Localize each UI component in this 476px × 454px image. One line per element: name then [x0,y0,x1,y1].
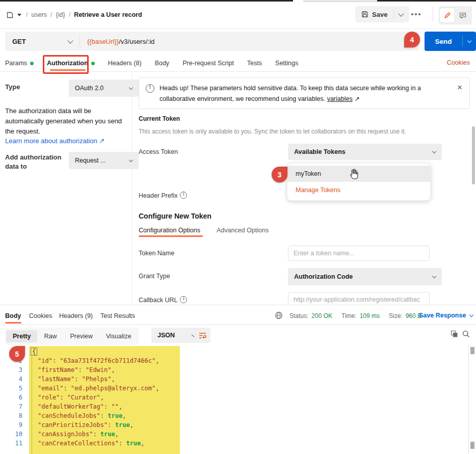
response-tab-body[interactable]: Body [5,312,21,319]
breadcrumb-collection[interactable]: users [31,11,47,18]
menu-item-manage-tokens[interactable]: Manage Tokens [287,182,430,198]
save-divider [393,10,394,19]
size-label: Size: [389,312,403,319]
view-pretty[interactable]: Pretty [6,330,37,342]
collection-icon[interactable] [6,11,14,19]
send-button[interactable]: Send [425,32,476,51]
pencil-icon [444,12,451,19]
tab-tests[interactable]: Tests [247,60,262,67]
panel-scrollbar-thumb[interactable] [472,126,475,184]
configure-token-title: Configure New Token [139,212,211,220]
code-line: 6"role": "Curator", [0,393,104,402]
save-button[interactable]: Save [355,6,409,22]
send-options-button[interactable] [463,41,476,42]
save-response-button[interactable]: Save Response [419,312,473,319]
panel-divider [131,72,132,305]
grant-type-label: Grant Type [139,273,170,280]
wrap-lines-button[interactable] [194,328,210,343]
request-url-bar: GET {{baseUrl}}/v3/users/:id [5,32,419,51]
time-label: Time: [341,312,357,319]
editor-scrollbar-down[interactable] [470,442,474,449]
tab-headers[interactable]: Headers (8) [108,60,142,67]
comment-icon [459,12,466,19]
external-link-arrow-icon: ↗ [354,95,359,102]
tab-advanced-options[interactable]: Advanced Options [217,227,269,234]
url-path: /v3/users/:id [119,38,154,45]
warning-icon [146,84,154,93]
response-tab-cookies[interactable]: Cookies [29,312,52,319]
tab-body[interactable]: Body [155,60,170,67]
token-name-input[interactable] [288,246,430,261]
search-response-button[interactable] [462,330,470,340]
send-label: Send [425,38,462,45]
copy-response-button[interactable] [451,330,458,340]
access-token-label: Access Token [139,148,178,155]
breadcrumb: / users / {id} / Retrieve a User record [6,7,142,22]
method-caret-icon [67,38,73,43]
view-raw[interactable]: Raw [37,330,63,342]
code-line: 8"canScheduleJobs": true, [0,411,126,420]
info-icon[interactable] [180,192,187,199]
code-line: 7"defaultWorkerTag": "", [0,402,122,411]
sensitive-data-warning: Heads up! These parameters hold sensitiv… [139,77,470,109]
view-visualize[interactable]: Visualize [99,330,138,342]
info-icon[interactable] [180,296,187,303]
access-token-select[interactable]: Available Tokens [288,144,442,160]
cookies-link[interactable]: Cookies [447,59,470,66]
auth-type-select[interactable]: OAuth 2.0 [69,79,139,97]
more-options-button[interactable] [408,9,424,19]
save-caret-icon[interactable] [399,11,404,16]
url-variable: {{baseUrl}} [87,38,119,45]
warning-text-line1: Heads up! These parameters hold sensitiv… [160,83,421,94]
annotation-step-3: 3 [272,167,287,182]
window-top-strip [0,0,293,2]
header-divider [433,7,433,22]
params-modified-dot [30,62,34,65]
edit-mode-button[interactable] [440,8,455,22]
callback-url-label: Callback URL [139,296,187,304]
add-auth-to-value: Request ... [75,157,105,164]
response-tab-test-results[interactable]: Test Results [100,312,135,319]
grant-type-select[interactable]: Authorization Code [288,268,442,285]
status-label: Status: [289,312,308,319]
close-warning-icon[interactable]: × [457,83,462,93]
breadcrumb-sep: / [26,11,28,18]
configuration-tab-underline [139,235,203,237]
tab-settings[interactable]: Settings [275,60,298,67]
breadcrumb-sep: / [50,11,52,18]
response-view-switcher: Pretty Raw Preview Visualize [5,328,139,345]
add-auth-to-select[interactable]: Request ... [69,152,139,169]
collection-caret-icon[interactable] [17,14,21,16]
response-body-editor[interactable]: 1{ 2"id": "63aa731f472f6cb711d7466c", 3"… [0,345,476,454]
method-value: GET [12,38,26,45]
header-prefix-label: Header Prefix [139,192,187,199]
editor-scrollbar-up[interactable] [470,347,474,354]
variables-link[interactable]: variables [327,95,353,102]
auth-type-label: Type [5,83,20,91]
warning-text-line2: collaborative environment, we recommend … [160,94,421,104]
method-select[interactable]: GET [5,32,80,51]
network-globe-icon[interactable] [275,311,283,319]
response-tab-headers[interactable]: Headers (9) [59,312,93,319]
view-preview[interactable]: Preview [63,330,99,342]
save-response-caret-icon [469,312,473,316]
tab-configuration-options[interactable]: Configuration Options [139,227,200,234]
url-input[interactable]: {{baseUrl}}/v3/users/:id [80,38,154,45]
current-token-title: Current Token [139,115,180,122]
breadcrumb-sep: / [69,11,70,18]
window-top-strip-tab [303,0,377,2]
add-auth-caret-icon [129,157,133,162]
cursor-hand-icon [348,168,359,180]
code-line: 5"email": "ed.phelps@alteryx.com", [0,384,159,393]
tab-prerequest-script[interactable]: Pre-request Script [182,60,234,67]
wrap-lines-icon [199,332,206,339]
save-response-label: Save Response [419,312,466,319]
tab-params[interactable]: Params [5,60,34,67]
grant-type-value: Authorization Code [294,273,353,280]
save-icon [361,11,368,18]
comments-button[interactable] [457,8,469,22]
save-label: Save [372,11,387,18]
learn-more-link[interactable]: Learn more about authorization ↗ [5,137,104,145]
response-body-underline [5,322,21,324]
breadcrumb-folder[interactable]: {id} [56,11,65,18]
